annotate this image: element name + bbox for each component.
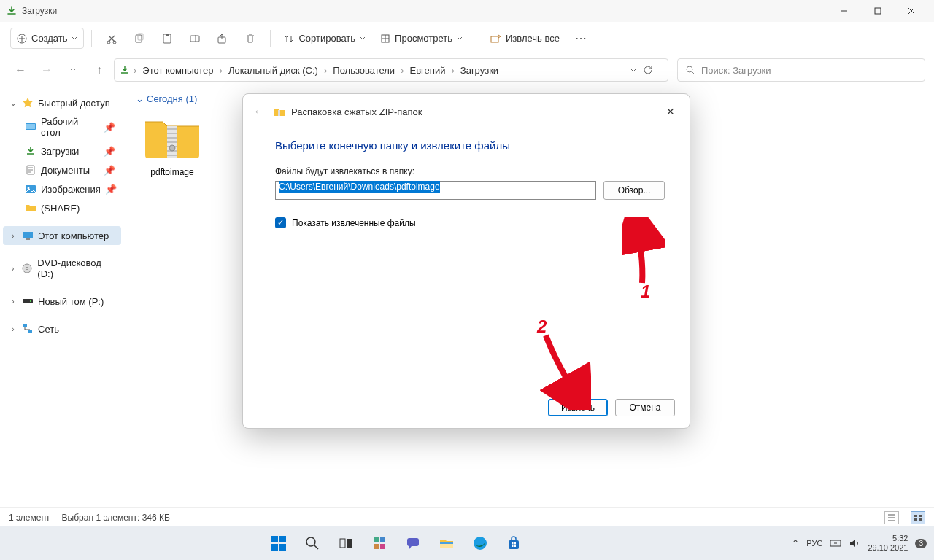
sidebar-this-pc[interactable]: › Этот компьютер bbox=[3, 226, 121, 245]
sidebar-downloads[interactable]: Загрузки 📌 bbox=[3, 141, 121, 160]
edge-button[interactable] bbox=[465, 528, 495, 559]
up-button[interactable]: ↑ bbox=[88, 58, 111, 82]
sidebar-pictures[interactable]: Изображения 📌 bbox=[3, 179, 121, 198]
tray-chevron-icon[interactable]: ⌃ bbox=[792, 538, 799, 548]
selection-info: Выбран 1 элемент: 346 КБ bbox=[62, 513, 170, 523]
chevron-down-icon[interactable] bbox=[625, 66, 641, 74]
back-button[interactable]: ← bbox=[9, 58, 32, 82]
svg-rect-40 bbox=[374, 537, 379, 542]
sort-label: Сортировать bbox=[298, 33, 355, 44]
close-button[interactable] bbox=[895, 0, 928, 22]
chevron-right-icon: › bbox=[218, 65, 224, 76]
notification-badge[interactable]: 3 bbox=[915, 539, 927, 548]
dialog-close-button[interactable]: ✕ bbox=[662, 103, 679, 120]
taskbar-center bbox=[263, 528, 529, 559]
dialog-footer: Извлечь Отмена bbox=[243, 390, 690, 428]
pin-icon: 📌 bbox=[104, 122, 115, 133]
copy-button[interactable] bbox=[127, 26, 152, 51]
details-view-button[interactable] bbox=[884, 511, 899, 524]
dialog-title: Распаковка сжатых ZIP-папок bbox=[274, 106, 422, 117]
more-button[interactable]: ⋯ bbox=[568, 26, 593, 51]
store-button[interactable] bbox=[498, 528, 529, 559]
maximize-button[interactable] bbox=[861, 0, 895, 22]
svg-rect-50 bbox=[514, 542, 516, 545]
breadcrumb-item[interactable]: Евгений bbox=[406, 63, 448, 77]
time: 5:32 bbox=[868, 534, 908, 543]
sidebar-share[interactable]: (SHARE) bbox=[3, 198, 121, 217]
icons-view-button[interactable] bbox=[911, 511, 925, 524]
item-count: 1 элемент bbox=[9, 513, 50, 523]
sidebar-volume[interactable]: › Новый том (P:) bbox=[3, 292, 121, 311]
sort-button[interactable]: Сортировать bbox=[278, 28, 371, 48]
svg-point-21 bbox=[26, 268, 28, 270]
cut-button[interactable] bbox=[99, 26, 124, 51]
rename-button[interactable] bbox=[182, 26, 207, 51]
separator bbox=[91, 30, 92, 47]
sidebar-desktop[interactable]: Рабочий стол 📌 bbox=[3, 112, 121, 141]
pin-icon: 📌 bbox=[105, 184, 117, 195]
svg-rect-32 bbox=[278, 110, 280, 116]
minimize-button[interactable] bbox=[827, 0, 861, 22]
refresh-button[interactable] bbox=[643, 65, 663, 75]
new-label: Создать bbox=[31, 33, 67, 44]
breadcrumb-item[interactable]: Пользователи bbox=[330, 63, 398, 77]
extract-all-button[interactable]: Извлечь все bbox=[484, 28, 566, 49]
volume-icon[interactable] bbox=[849, 537, 860, 549]
search-button[interactable] bbox=[297, 528, 328, 559]
sidebar-network[interactable]: › Сеть bbox=[3, 319, 121, 338]
start-button[interactable] bbox=[263, 528, 294, 559]
show-extracted-checkbox[interactable]: ✓ Показать извлеченные файлы bbox=[275, 217, 665, 228]
zip-folder-icon bbox=[274, 106, 285, 117]
svg-rect-33 bbox=[271, 536, 278, 542]
sidebar-quick-access[interactable]: ⌄ Быстрый доступ bbox=[3, 93, 121, 112]
recent-button[interactable] bbox=[61, 58, 85, 82]
sidebar-documents[interactable]: Документы 📌 bbox=[3, 160, 121, 179]
delete-button[interactable] bbox=[238, 26, 263, 51]
date: 29.10.2021 bbox=[868, 543, 908, 553]
destination-path-input[interactable]: C:\Users\Евгений\Downloads\pdftoimage bbox=[275, 181, 596, 200]
search-input[interactable]: Поиск: Загрузки bbox=[677, 58, 925, 82]
svg-point-27 bbox=[169, 145, 175, 151]
sidebar-label: Документы bbox=[41, 165, 90, 176]
language-indicator[interactable]: РУС bbox=[806, 539, 822, 548]
breadcrumb-item[interactable]: Этот компьютер bbox=[139, 63, 216, 77]
sidebar-dvd[interactable]: › DVD-дисковод (D:) bbox=[3, 254, 121, 283]
extract-button[interactable]: Извлечь bbox=[548, 399, 608, 416]
paste-button[interactable] bbox=[155, 26, 180, 51]
picture-icon bbox=[25, 183, 36, 195]
svg-rect-28 bbox=[914, 515, 917, 517]
computer-icon bbox=[22, 230, 34, 241]
svg-rect-24 bbox=[23, 324, 27, 327]
widgets-button[interactable] bbox=[364, 528, 395, 559]
svg-rect-39 bbox=[347, 539, 352, 548]
cancel-button[interactable]: Отмена bbox=[615, 399, 675, 416]
separator bbox=[270, 30, 271, 47]
chat-button[interactable] bbox=[398, 528, 428, 559]
share-button[interactable] bbox=[210, 26, 235, 51]
system-tray: ⌃ РУС 5:32 29.10.2021 3 bbox=[792, 534, 934, 553]
drive-icon bbox=[22, 295, 34, 307]
svg-rect-38 bbox=[340, 539, 345, 548]
breadcrumb-item[interactable]: Загрузки bbox=[458, 63, 501, 77]
file-item-pdftoimage[interactable]: pdftoimage bbox=[136, 112, 209, 177]
file-name: pdftoimage bbox=[136, 167, 209, 177]
search-icon bbox=[685, 65, 695, 75]
clock[interactable]: 5:32 29.10.2021 bbox=[868, 534, 908, 553]
network-icon[interactable] bbox=[830, 537, 841, 549]
chevron-right-icon: › bbox=[132, 65, 138, 76]
network-icon bbox=[22, 323, 34, 335]
chevron-right-icon: › bbox=[9, 325, 18, 333]
statusbar: 1 элемент Выбран 1 элемент: 346 КБ bbox=[0, 508, 934, 526]
svg-rect-14 bbox=[26, 124, 35, 129]
explorer-button[interactable] bbox=[431, 528, 462, 559]
svg-rect-8 bbox=[190, 36, 199, 42]
breadcrumb[interactable]: › Этот компьютер › Локальный диск (C:) ›… bbox=[114, 58, 668, 82]
breadcrumb-item[interactable]: Локальный диск (C:) bbox=[225, 63, 321, 77]
svg-rect-52 bbox=[514, 545, 516, 548]
forward-button[interactable]: → bbox=[35, 58, 58, 82]
new-button[interactable]: Создать bbox=[10, 28, 84, 49]
browse-button[interactable]: Обзор... bbox=[603, 181, 665, 200]
svg-rect-49 bbox=[512, 542, 514, 545]
task-view-button[interactable] bbox=[331, 528, 361, 559]
view-button[interactable]: Просмотреть bbox=[374, 28, 468, 48]
